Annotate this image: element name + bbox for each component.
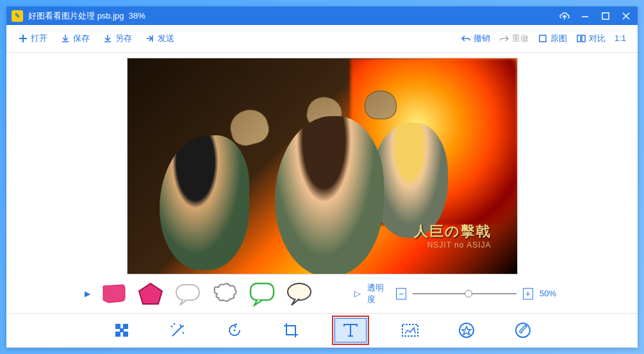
opacity-increase-button[interactable]: +: [523, 288, 533, 299]
svg-rect-9: [176, 285, 199, 300]
svg-rect-12: [115, 324, 120, 329]
original-button[interactable]: 原图: [538, 33, 567, 44]
bubble-shape-flag[interactable]: [99, 280, 128, 307]
tool-resize[interactable]: [106, 317, 137, 343]
redo-icon: [499, 33, 509, 44]
plus-icon: [18, 33, 28, 44]
save-button[interactable]: 保存: [60, 33, 90, 44]
anime-character: [275, 116, 384, 274]
bubble-shape-speech-green[interactable]: [248, 280, 276, 307]
opacity-decrease-button[interactable]: −: [396, 288, 406, 299]
main-toolbar: 打开 保存 另存 发送 撤销 重做: [6, 25, 638, 53]
compare-button[interactable]: 对比: [576, 33, 606, 44]
open-button[interactable]: 打开: [18, 33, 47, 44]
tool-frame[interactable]: [395, 317, 425, 343]
titlebar: ✎ 好图看看图片处理 psb.jpg 38%: [6, 6, 638, 25]
bubble-shape-pentagon[interactable]: [136, 280, 165, 307]
cloud-icon[interactable]: [558, 10, 571, 22]
toolbar-left: 打开 保存 另存 发送: [18, 33, 174, 44]
tool-crop[interactable]: [276, 317, 306, 343]
anime-character: [160, 135, 249, 270]
anime-equipment: [365, 90, 397, 119]
redo-button[interactable]: 重做: [499, 33, 529, 44]
close-button[interactable]: [620, 10, 632, 22]
svg-rect-7: [577, 35, 581, 42]
svg-rect-18: [402, 324, 418, 336]
svg-rect-1: [602, 13, 609, 19]
toolbar-right: 撤销 重做 原图 对比 1:1: [461, 33, 626, 44]
chevron-right-icon[interactable]: ▷: [354, 289, 361, 298]
ratio-button[interactable]: 1:1: [615, 33, 626, 43]
bubble-shape-cloud[interactable]: [211, 280, 239, 307]
maximize-button[interactable]: [599, 10, 612, 22]
opacity-slider[interactable]: [413, 293, 516, 294]
download-alt-icon: [103, 33, 113, 44]
svg-point-17: [233, 330, 235, 332]
bubble-shape-speech-cream[interactable]: [285, 280, 313, 307]
tool-brush[interactable]: [508, 317, 538, 343]
undo-button[interactable]: 撤销: [461, 33, 490, 44]
image-preview[interactable]: 人巨の擊戟 NSJIT no ASIJA: [127, 58, 518, 274]
compare-icon: [576, 33, 586, 44]
svg-point-11: [288, 283, 311, 300]
bubble-shapes-row: ▶ ▷ 透明度 − + 50%: [6, 274, 638, 313]
chevron-right-icon[interactable]: ▶: [85, 289, 90, 298]
svg-rect-6: [540, 35, 546, 42]
save-as-button[interactable]: 另存: [103, 33, 132, 44]
app-icon: ✎: [12, 10, 23, 22]
svg-rect-16: [120, 328, 124, 332]
tool-rotate[interactable]: [219, 317, 250, 343]
bottom-toolbar: [6, 313, 638, 348]
window-controls: [558, 10, 632, 22]
tool-star[interactable]: [451, 317, 482, 343]
download-icon: [60, 33, 70, 44]
minimize-button[interactable]: [579, 10, 591, 22]
svg-rect-10: [251, 283, 274, 300]
canvas-area: 人巨の擊戟 NSJIT no ASIJA: [6, 53, 638, 274]
svg-rect-14: [115, 332, 120, 337]
bubble-shape-rounded[interactable]: [174, 280, 202, 307]
image-subtitle-overlay: NSJIT no ASIJA: [427, 240, 491, 249]
opacity-control: ▷ 透明度 − + 50%: [354, 282, 556, 305]
image-title-overlay: 人巨の擊戟: [414, 222, 491, 241]
undo-icon: [461, 33, 471, 44]
opacity-label: 透明度: [367, 282, 390, 305]
svg-rect-15: [123, 332, 128, 337]
slider-thumb[interactable]: [465, 290, 472, 298]
window-title: 好图看看图片处理 psb.jpg 38%: [28, 10, 552, 22]
svg-rect-13: [123, 324, 128, 329]
send-button[interactable]: 发送: [145, 33, 174, 44]
share-icon: [145, 33, 155, 44]
opacity-value: 50%: [540, 289, 556, 298]
tool-magic[interactable]: [163, 317, 194, 343]
app-window: ✎ 好图看看图片处理 psb.jpg 38% 打开: [6, 6, 638, 348]
square-icon: [538, 33, 548, 44]
tool-text[interactable]: [332, 316, 369, 345]
svg-rect-8: [582, 35, 585, 42]
